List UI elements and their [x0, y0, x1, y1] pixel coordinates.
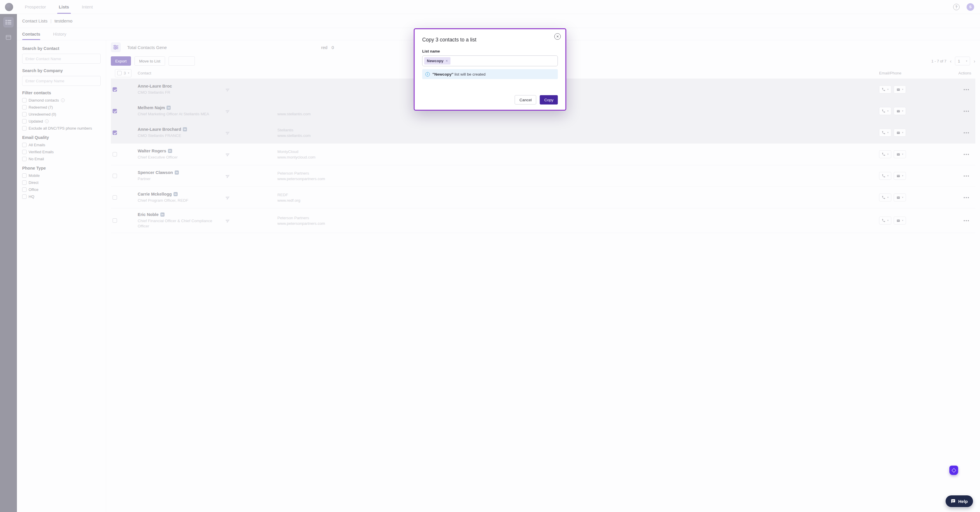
info-banner: i "Newcopy" list will be created — [422, 69, 490, 79]
info-text: "Newcopy" list will be created — [433, 72, 485, 77]
tag-remove-icon[interactable]: ✕ — [445, 59, 448, 62]
modal-title: Copy 3 contacts to a list — [422, 36, 490, 43]
copy-to-list-modal: Copy 3 contacts to a list ✕ List name Ne… — [414, 28, 490, 111]
list-name-input[interactable]: Newcopy ✕ — [422, 56, 490, 66]
list-name-tag: Newcopy ✕ — [425, 57, 450, 64]
list-name-label: List name — [422, 49, 490, 53]
tag-label: Newcopy — [427, 59, 444, 63]
info-icon: i — [426, 72, 430, 77]
